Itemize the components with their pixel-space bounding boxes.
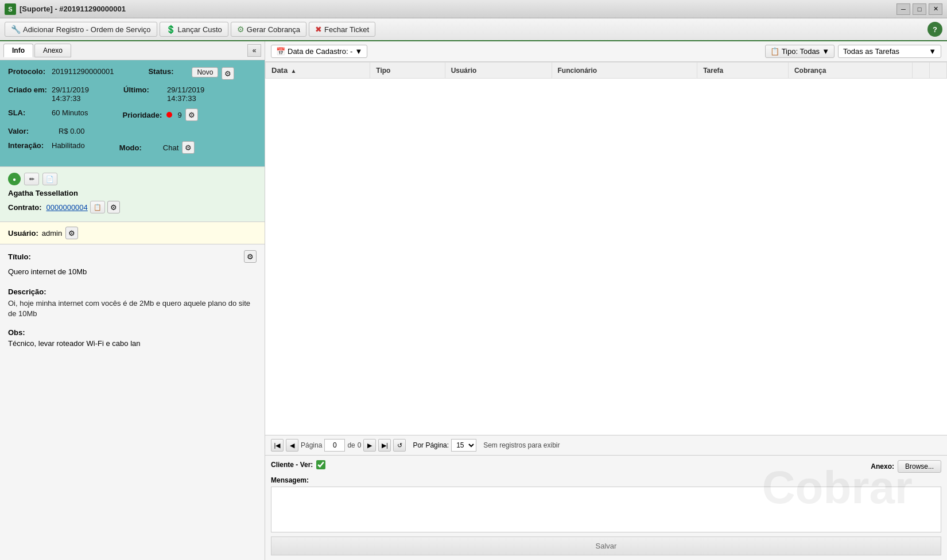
next-page-button[interactable]: ▶ xyxy=(363,439,376,452)
per-page-label: Por Página: xyxy=(413,441,449,449)
green-dot-button[interactable]: ● xyxy=(8,173,21,185)
obs-value: Técnico, levar roteador Wi-Fi e cabo lan xyxy=(8,339,257,348)
col-cobranca[interactable]: Cobrança xyxy=(788,63,912,79)
descricao-value: Oi, hoje minha internet com vocês é de 2… xyxy=(8,298,257,319)
titulo-value: Quero internet de 10Mb xyxy=(8,266,257,277)
col-tarefa[interactable]: Tarefa xyxy=(697,63,789,79)
close-icon: ✖ xyxy=(315,25,322,34)
per-page-select[interactable]: 15 30 50 xyxy=(451,439,476,452)
right-top-bar: 📅 Data de Cadastro: - ▼ 📋 Tipo: Todas ▼ … xyxy=(265,41,947,62)
client-doc-button[interactable]: 📄 xyxy=(42,173,57,185)
criado-label: Criado em: xyxy=(8,85,48,94)
maximize-button[interactable]: □ xyxy=(913,3,926,15)
de-label: de xyxy=(347,441,355,449)
cliente-ver-checkbox[interactable] xyxy=(316,460,325,469)
sla-label: SLA: xyxy=(8,108,48,117)
tab-anexo[interactable]: Anexo xyxy=(34,44,71,57)
cliente-ver-row: Cliente - Ver: xyxy=(271,460,325,469)
col-data[interactable]: Data ▲ xyxy=(266,63,370,79)
titulo-section: Título: ⚙ Quero internet de 10Mb xyxy=(0,244,265,283)
date-dropdown-arrow: ▼ xyxy=(355,47,362,56)
window-title: [Suporte] - #201911290000001 xyxy=(20,5,126,13)
obs-label: Obs: xyxy=(8,328,257,337)
client-section: ● ✏ 📄 Agatha Tessellation Contrato: 0000… xyxy=(0,166,265,221)
contrato-label: Contrato: xyxy=(8,203,42,212)
modo-settings-gear[interactable]: ⚙ xyxy=(182,141,195,154)
title-bar: S [Suporte] - #201911290000001 ─ □ ✕ xyxy=(0,0,947,18)
minimize-button[interactable]: ─ xyxy=(896,3,910,15)
tipo-table-icon: 📋 xyxy=(770,47,779,56)
user-section: Usuário: admin ⚙ xyxy=(0,221,265,244)
prev-page-button[interactable]: ◀ xyxy=(286,439,298,452)
sla-value: 60 Minutos xyxy=(52,108,88,117)
data-table: Data ▲ Tipo Usuário Funcionário Tarefa C… xyxy=(265,62,947,79)
titulo-label: Título: xyxy=(8,252,31,261)
modo-label: Modo: xyxy=(119,143,160,152)
interacao-modo-row: Interação: Habilitado Modo: Chat ⚙ xyxy=(8,141,257,154)
date-filter-dropdown[interactable]: 📅 Data de Cadastro: - ▼ xyxy=(271,45,367,58)
contrato-settings-gear[interactable]: ⚙ xyxy=(107,201,120,213)
contrato-copy-button[interactable]: 📋 xyxy=(90,201,105,213)
tarefas-arrow: ▼ xyxy=(929,47,936,56)
help-button[interactable]: ? xyxy=(927,22,942,37)
tarefas-dropdown[interactable]: Todas as Tarefas ▼ xyxy=(838,45,941,58)
info-section: Protocolo: 201911290000001 Status: Novo … xyxy=(0,60,265,166)
titulo-settings-gear[interactable]: ⚙ xyxy=(244,250,257,263)
page-number-input[interactable] xyxy=(324,439,345,452)
prioridade-settings-gear[interactable]: ⚙ xyxy=(185,108,198,121)
collapse-panel-button[interactable]: « xyxy=(247,44,261,57)
contrato-row: Contrato: 0000000004 📋 ⚙ xyxy=(8,201,257,213)
tipo-arrow: ▼ xyxy=(822,47,829,56)
client-icons-row: ● ✏ 📄 xyxy=(8,173,257,185)
col-usuario[interactable]: Usuário xyxy=(445,63,552,79)
pagination-bar: |◀ ◀ Página de 0 ▶ ▶| ↺ Por Página: 15 3… xyxy=(265,435,947,456)
criado-value: 29/11/2019 14:37:33 xyxy=(52,85,89,103)
ultimo-value: 29/11/2019 14:37:33 xyxy=(167,85,204,103)
client-edit-button[interactable]: ✏ xyxy=(24,173,39,185)
usuario-value: admin xyxy=(42,229,62,238)
add-icon: 🔧 xyxy=(11,25,21,34)
tipo-row: 📋 Tipo: Todas ▼ Todas as Tarefas ▼ xyxy=(765,45,941,58)
first-page-button[interactable]: |◀ xyxy=(271,439,284,452)
valor-label: Valor: xyxy=(8,127,54,135)
prioridade-label: Prioridade: xyxy=(123,111,163,119)
status-settings-gear[interactable]: ⚙ xyxy=(222,67,234,80)
tarefas-label: Todas as Tarefas xyxy=(843,47,899,56)
close-window-button[interactable]: ✕ xyxy=(929,3,942,15)
app-icon: S xyxy=(5,3,16,15)
ultimo-label: Último: xyxy=(123,85,164,94)
browse-button[interactable]: Browse... xyxy=(898,460,941,473)
valor-row: Valor: R$ 0.00 xyxy=(8,127,257,135)
anexo-row: Anexo: Browse... xyxy=(871,460,941,473)
client-name: Agatha Tessellation xyxy=(8,189,257,197)
fechar-ticket-button[interactable]: ✖ Fechar Ticket xyxy=(309,22,375,37)
protocolo-value: 201911290000001 xyxy=(52,67,114,76)
window-controls: ─ □ ✕ xyxy=(896,3,942,15)
refresh-button[interactable]: ↺ xyxy=(393,439,406,452)
criado-ultimo-row: Criado em: 29/11/2019 14:37:33 Último: 2… xyxy=(8,85,257,103)
usuario-label: Usuário: xyxy=(8,229,38,238)
sort-arrow: ▲ xyxy=(291,68,297,74)
usuario-settings-gear[interactable]: ⚙ xyxy=(65,227,78,239)
cliente-ver-label: Cliente - Ver: xyxy=(271,461,313,469)
status-label: Status: xyxy=(148,67,188,76)
protocolo-label: Protocolo: xyxy=(8,67,48,76)
tab-info[interactable]: Info xyxy=(3,44,33,57)
pagina-label: Página xyxy=(301,441,322,449)
col-tipo[interactable]: Tipo xyxy=(370,63,445,79)
col-funcionario[interactable]: Funcionário xyxy=(552,63,697,79)
last-page-button[interactable]: ▶| xyxy=(378,439,391,452)
add-registro-button[interactable]: 🔧 Adicionar Registro - Ordem de Serviço xyxy=(5,22,157,37)
status-value: Novo xyxy=(192,67,218,77)
left-panel: Info Anexo « Protocolo: 201911290000001 … xyxy=(0,41,265,560)
descricao-label: Descrição: xyxy=(8,287,257,296)
anexo-label: Anexo: xyxy=(871,462,894,470)
gerar-cobranca-button[interactable]: ⚙ Gerar Cobrança xyxy=(231,22,306,37)
priority-row: 9 ⚙ xyxy=(166,108,198,121)
salvar-button[interactable]: Salvar xyxy=(271,536,941,555)
tipo-dropdown[interactable]: 📋 Tipo: Todas ▼ xyxy=(765,45,835,58)
col-extra1 xyxy=(913,63,930,79)
mensagem-textarea[interactable] xyxy=(271,487,941,532)
contrato-value[interactable]: 0000000004 xyxy=(46,203,88,212)
lancar-custo-button[interactable]: 💲 Lançar Custo xyxy=(160,22,228,37)
